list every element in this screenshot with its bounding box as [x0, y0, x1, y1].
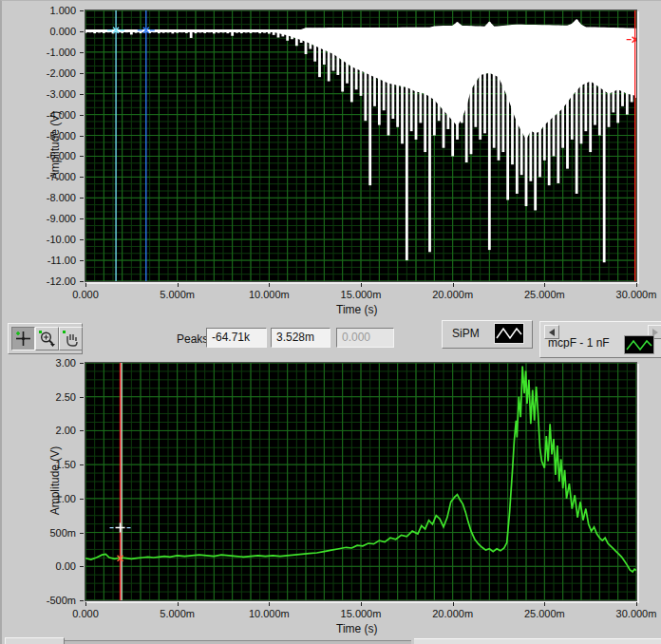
x-tick-mark: [269, 602, 270, 606]
y-tick-mark: [80, 156, 84, 157]
y-tick-label: -11.00: [27, 255, 76, 266]
x-tick-label: 20.000m: [423, 608, 483, 619]
y-tick-label: -1.000: [27, 47, 76, 58]
x-tick-mark: [453, 602, 454, 606]
x-tick-mark: [85, 283, 86, 287]
x-tick-label: 30.000m: [606, 289, 661, 300]
x-tick-mark: [361, 283, 362, 287]
x-tick-label: 5.000m: [147, 289, 208, 300]
legend-sipm[interactable]: SiPM: [442, 320, 533, 349]
pan-tool-button[interactable]: [59, 327, 83, 350]
y-tick-label: -9.000: [27, 213, 76, 224]
sipm-graph-x-axis-title: Time (s): [336, 303, 378, 316]
y-tick-mark: [80, 177, 84, 178]
x-tick-label: 25.000m: [514, 289, 575, 300]
x-tick-label: 10.000m: [238, 608, 299, 619]
zoom-tool-button[interactable]: [35, 327, 59, 350]
sipm-graph-y-axis-title: Amplitude (V): [48, 88, 62, 202]
peak-value-3: 0.000: [336, 328, 394, 348]
y-tick-mark: [80, 430, 84, 431]
x-tick-label: 10.000m: [238, 289, 299, 300]
x-tick-label: 0.000: [55, 289, 116, 300]
legend-scroll-panel: mcpF - 1 nF: [539, 321, 661, 358]
y-tick-label: 0.000: [27, 26, 76, 37]
x-tick-label: 20.000m: [423, 289, 483, 300]
x-tick-mark: [269, 283, 270, 287]
y-tick-mark: [80, 31, 84, 32]
graph-palette: [8, 323, 83, 354]
x-tick-label: 25.000m: [514, 608, 575, 619]
peaks-label: Peaks: [177, 332, 208, 346]
y-tick-mark: [80, 260, 84, 261]
labview-front-panel: Peaks -64.71k 3.528m 0.000 SiPM mcpF - 1…: [0, 0, 661, 644]
y-tick-label: -12.00: [27, 275, 76, 287]
y-tick-mark: [80, 218, 84, 219]
y-tick-mark: [80, 73, 84, 74]
y-tick-label: 0.00: [27, 560, 76, 572]
x-tick-mark: [178, 283, 179, 287]
crosshair-icon: [14, 330, 32, 348]
y-tick-label: -10.00: [27, 234, 76, 245]
x-tick-label: 0.000: [55, 608, 116, 619]
y-tick-mark: [80, 499, 84, 500]
mcp-graph-x-axis-title: Time (s): [336, 622, 378, 635]
y-tick-label: 3.00: [27, 357, 76, 369]
hand-icon: [62, 330, 80, 348]
y-tick-mark: [80, 281, 84, 282]
y-tick-label: 2.50: [27, 391, 76, 403]
x-tick-mark: [544, 602, 545, 606]
x-tick-label: 5.000m: [147, 608, 208, 619]
peak-value-2[interactable]: 3.528m: [271, 328, 330, 348]
y-tick-mark: [80, 94, 84, 95]
y-tick-mark: [80, 464, 84, 465]
mcp-graph-plot-area[interactable]: [85, 362, 637, 601]
x-tick-mark: [544, 283, 545, 287]
y-tick-mark: [80, 239, 84, 240]
x-tick-mark: [636, 602, 637, 606]
x-tick-label: 30.000m: [606, 608, 661, 619]
y-tick-mark: [80, 397, 84, 398]
y-tick-mark: [80, 363, 84, 364]
x-tick-label: 15.000m: [330, 608, 391, 619]
y-tick-mark: [80, 566, 84, 567]
y-tick-mark: [80, 198, 84, 199]
y-tick-mark: [80, 115, 84, 116]
y-tick-mark: [80, 600, 84, 601]
legend-mcp-label: mcpF - 1 nF: [548, 336, 622, 349]
x-tick-mark: [361, 602, 362, 606]
bottom-partial-palette: [5, 637, 65, 644]
cursor-move-tool-button[interactable]: [11, 327, 35, 350]
y-tick-label: 1.000: [27, 5, 76, 16]
x-tick-label: 15.000m: [330, 289, 391, 300]
arrow-left-icon: [549, 329, 555, 336]
x-tick-mark: [85, 602, 86, 606]
legend-sipm-line-icon[interactable]: [494, 323, 524, 344]
y-tick-label: -2.000: [27, 67, 76, 79]
x-tick-mark: [453, 283, 454, 287]
bottom-partial-strip: [65, 640, 411, 644]
y-tick-mark: [80, 10, 84, 11]
legend-mcp-line-icon[interactable]: [624, 335, 654, 354]
y-tick-mark: [80, 533, 84, 534]
peak-value-1[interactable]: -64.71k: [206, 328, 267, 348]
mcp-graph-y-axis-title: Amplitude (V): [48, 424, 62, 538]
legend-sipm-label: SiPM: [452, 327, 480, 340]
x-tick-mark: [178, 602, 179, 606]
sipm-graph-plot-area[interactable]: [85, 9, 637, 282]
y-tick-mark: [80, 136, 84, 137]
y-tick-mark: [80, 52, 84, 53]
y-tick-label: -500m: [27, 595, 76, 606]
x-tick-mark: [636, 283, 637, 287]
magnifier-icon: [38, 330, 56, 348]
bottom-partial-panel: [414, 638, 661, 644]
